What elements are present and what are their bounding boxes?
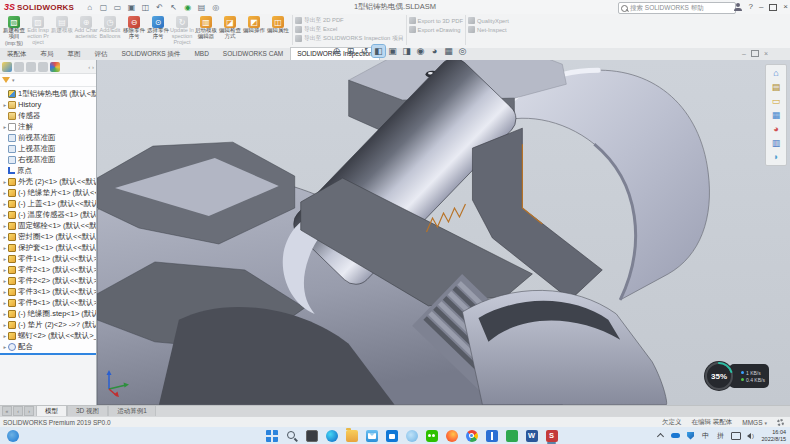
tree-item[interactable]: ▸ 零件2<2> (默认<<默认>_显示状 [0,275,96,286]
edit-appearance-icon[interactable]: ◕ [428,45,441,57]
hide-show-items-icon[interactable]: ◉ [414,45,427,57]
tree-item[interactable]: ▸ 零件2<1> (默认<<默认>_显示状 [0,264,96,275]
command-tab[interactable]: 草图 [61,47,88,60]
forum-icon[interactable]: ◗ [770,151,783,163]
units-selector[interactable]: MMGS▾ [742,419,767,426]
section-view-icon[interactable]: ◧ [372,45,385,57]
help-button[interactable]: ? [748,0,752,14]
store-icon[interactable] [384,428,399,443]
new-template-button[interactable]: ▤ 新建模板 [50,15,74,46]
tree-item[interactable]: ▸ (-) 绝缘圈.step<1> (默认<<默认> [0,308,96,319]
tree-item[interactable]: ▸ 配合 [0,341,96,352]
export-item[interactable]: 导出至 SOLIDWORKS Inspection 项目 [295,34,404,43]
remove-balloons-button[interactable]: ⊖ 移除零件序号 [122,15,146,46]
view-orientation-icon[interactable]: ▣ [386,45,399,57]
display-settings-icon[interactable]: ▤ [196,2,207,13]
edit-operation-button[interactable]: ◩ 编辑操作 [242,15,266,46]
tree-item[interactable]: 上视基准面 [0,143,96,154]
edit-properties-button[interactable]: ◫ 编辑属性 [266,15,290,46]
edit-inspection-project-button[interactable]: ▨ Edit Inspection Project [26,15,50,46]
minimize-button[interactable]: – [759,0,763,14]
performance-icon[interactable]: ◉ [182,2,193,13]
zoom-to-fit-icon[interactable]: ⊕ [330,45,343,57]
tree-item[interactable]: ▸ 保护套<1> (默认<<默认>_显示状 [0,242,96,253]
view-palette-icon[interactable]: ▦ [770,109,783,121]
graphics-viewport[interactable]: ⌂ ▤ ▭ ▦ ◕ ▥ ◗ 1 KB/ [97,60,790,405]
screen-recorder-widget[interactable]: 1 KB/s 0.4 KB/s 35% [703,360,769,392]
command-tab[interactable]: SOLIDWORKS 插件 [115,47,188,60]
export-item[interactable]: QualityXpert [468,16,509,25]
previous-view-icon[interactable]: ↺ [358,45,371,57]
ime-mode-indicator[interactable]: 中 [701,430,711,442]
export-item[interactable]: Export eDrawing [409,25,463,34]
tree-item[interactable]: ▸ 零件5<1> (默认<<默认>_显示状态 [0,297,96,308]
tree-item[interactable]: ▸ 注解 [0,121,96,132]
apply-scene-icon[interactable]: ▦ [442,45,455,57]
solidworks-icon[interactable]: S [544,428,559,443]
add-characteristic-button[interactable]: ⊕ Add Characteristic [74,15,98,46]
edge-icon[interactable] [324,428,339,443]
wechat-icon[interactable] [424,428,439,443]
displaymanager-tab[interactable] [50,62,60,72]
edit-inspection-method-button[interactable]: ◪ 编辑检查方式 [218,15,242,46]
tree-item[interactable]: 传感器 [0,110,96,121]
dimxpertmanager-tab[interactable] [38,62,48,72]
display-icon[interactable] [731,430,741,442]
start-button[interactable] [264,428,279,443]
command-tab[interactable]: 布局 [34,47,61,60]
design-library-icon[interactable]: ▤ [770,81,783,93]
undo-icon[interactable]: ↶ [154,2,165,13]
new-inspection-project-button[interactable]: ▧ 新建检查项目 (imp:预) [2,15,26,46]
new-document-icon[interactable]: ▢ [98,2,109,13]
export-item[interactable]: 导出至 2D PDF [295,16,404,25]
ime-lang-indicator[interactable]: 拼 [716,430,726,442]
tree-item[interactable]: ▸ 密封圈<1> (默认<<默认>_显示状 [0,231,96,242]
browser-icon[interactable] [444,428,459,443]
file-explorer-icon[interactable]: ▭ [770,95,783,107]
file-explorer-icon[interactable] [344,428,359,443]
view-settings-icon[interactable]: ◎ [456,45,469,57]
tree-item[interactable]: ▸ (-) 上盖<1> (默认<<默认>_显示状 [0,198,96,209]
appearances-scenes-icon[interactable]: ◕ [770,123,783,135]
propertymanager-tab[interactable] [14,62,24,72]
featuremanager-tab[interactable] [2,62,12,72]
solidworks-resources-icon[interactable]: ⌂ [770,67,783,79]
update-inspection-project-button[interactable]: ↻ Update Inspection Project [170,15,194,46]
tree-item[interactable]: ▸ (-) 垫片 (2)<2> ->? (默认<<默认> [0,319,96,330]
export-item[interactable]: Export to 3D PDF [409,16,463,25]
usage-circle[interactable]: 35% [703,360,735,392]
select-icon[interactable]: ↖ [168,2,179,13]
model-canvas[interactable] [97,60,790,405]
tree-item[interactable]: 右视基准面 [0,154,96,165]
taskbar-clock[interactable]: 16:04 2022/8/15 [762,429,786,442]
doc-close-button[interactable]: × [764,50,768,57]
tree-item[interactable]: ▸ (-) 绝缘垫片<1> (默认<<默认>_显 [0,187,96,198]
print-icon[interactable]: ◫ [140,2,151,13]
tree-item[interactable]: ▸ 零件3<1> (默认<<默认>_显示状 [0,286,96,297]
doc-restore-button[interactable] [751,50,759,57]
add-edit-balloons-button[interactable]: ◷ Add/Edit Balloons [98,15,122,46]
display-style-icon[interactable]: ◨ [400,45,413,57]
tab-scroll-next[interactable]: › [24,406,34,416]
options-gear-icon[interactable] [777,419,784,426]
command-tab[interactable]: SOLIDWORKS CAM [216,47,290,60]
tree-item[interactable]: ▸ History [0,99,96,110]
weather-icon[interactable] [404,428,419,443]
tree-item[interactable]: 前视基准面 [0,132,96,143]
search-button[interactable] [284,428,299,443]
tree-item[interactable]: ▸ 螺钉<2> (默认<<默认>_显示状态 [0,330,96,341]
configurationmanager-tab[interactable] [26,62,36,72]
reader-icon[interactable] [484,428,499,443]
tree-item[interactable]: ▸ (-) 温度传感器<1> (默认<<默认>_ [0,209,96,220]
tree-item[interactable]: ▸ 外壳 (2)<1> (默认<<默认>_显示状 [0,176,96,187]
launch-template-editor-button[interactable]: ▥ 启动模板编辑器 [194,15,218,46]
open-icon[interactable]: ▭ [112,2,123,13]
word-icon[interactable]: W [524,428,539,443]
tab-scroll-first[interactable]: « [2,406,12,416]
command-tab[interactable]: 评估 [88,47,115,60]
task-view-button[interactable] [304,428,319,443]
command-tab[interactable]: 装配体 [0,47,34,60]
save-icon[interactable]: ▣ [126,2,137,13]
tree-filter-bar[interactable]: ▾ [0,74,96,87]
doc-minimize-button[interactable]: – [742,50,746,57]
